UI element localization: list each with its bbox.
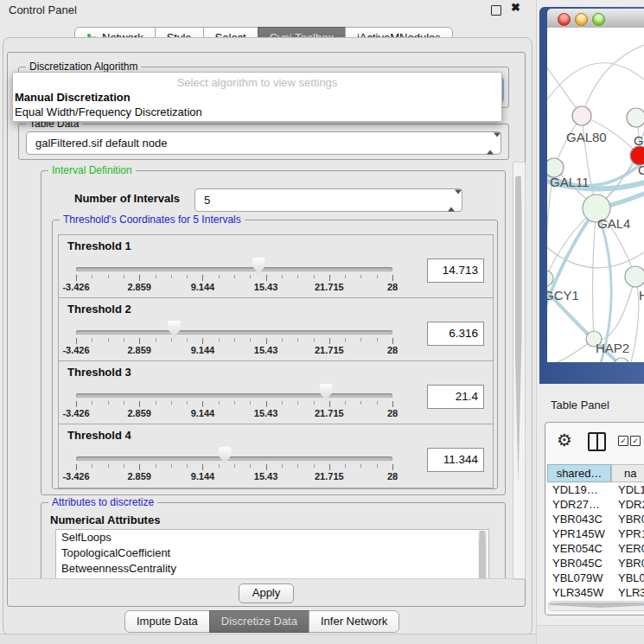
slider-tick	[219, 338, 220, 341]
slider-tick	[329, 275, 330, 281]
threshold-value-field[interactable]: 11.344	[427, 448, 484, 472]
slider-tick	[124, 338, 124, 341]
dropdown-option-equal-width[interactable]: Equal Width/Frequency Discretization	[13, 105, 501, 119]
split-columns-icon[interactable]	[588, 432, 606, 451]
table-row[interactable]: YBR043CYBR0	[547, 513, 644, 527]
network-node[interactable]	[572, 106, 591, 125]
network-edge	[547, 63, 644, 105]
attributes-group: Attributes to discretize Numerical Attri…	[41, 502, 506, 578]
gear-icon[interactable]: ⚙	[557, 430, 572, 450]
slider-tick-label: 28	[387, 408, 398, 418]
dropdown-placeholder-option[interactable]: Select algorithm to view settings	[13, 73, 501, 90]
slider-track[interactable]	[76, 330, 392, 335]
network-edge	[582, 45, 644, 116]
slider-tick	[345, 401, 346, 405]
table-row[interactable]: YDR27…YDR2	[547, 498, 644, 513]
close-icon[interactable]: ✖	[511, 1, 520, 14]
slider-tick-label: 9.144	[191, 408, 215, 418]
slider-tick	[266, 464, 267, 470]
attribute-item[interactable]: BetweennessCentrality	[56, 561, 488, 577]
slider-tick	[139, 464, 140, 470]
cell-shared-name: YBR043C	[547, 513, 615, 527]
table-data-value: galFiltered.sif default node	[35, 137, 167, 150]
slider-tick-label: 9.144	[191, 345, 215, 355]
attributes-list-scrollbar[interactable]	[478, 531, 488, 578]
tab-infer-network[interactable]: Infer Network	[309, 610, 399, 633]
slider-tick	[234, 275, 235, 278]
tab-impute-data[interactable]: Impute Data	[124, 610, 210, 633]
scrollbar-thumb[interactable]	[515, 176, 522, 484]
mac-minimize-button[interactable]	[575, 13, 588, 26]
slider-tick	[139, 401, 140, 407]
slider-tick	[202, 464, 203, 470]
dropdown-option-manual[interactable]: Manual Discretization	[13, 90, 501, 105]
slider-tick	[171, 338, 172, 341]
table-horizontal-scrollbar[interactable]	[548, 601, 644, 611]
slider-tick	[250, 275, 251, 278]
slider-tick	[202, 338, 203, 344]
slider-tick	[187, 401, 188, 405]
thresholds-group: Threshold's Coordinates for 5 Intervals …	[52, 220, 498, 489]
slider-track[interactable]	[76, 393, 392, 398]
network-graph[interactable]: GAL80GACGAL11GAL4GCY1HHAP2	[547, 28, 644, 362]
scrollbar-thumb[interactable]	[550, 603, 644, 608]
float-icon[interactable]	[491, 5, 501, 16]
network-canvas[interactable]: GAL80GACGAL11GAL4GCY1HHAP2	[547, 28, 644, 362]
column-header-shared-name[interactable]: shared…	[547, 464, 611, 482]
slider-tick	[108, 338, 109, 341]
table-row[interactable]: YER054CYER0	[547, 542, 644, 557]
mac-close-button[interactable]	[558, 13, 571, 26]
table-header-row: shared… na	[547, 464, 644, 482]
apply-button[interactable]: Apply	[239, 583, 294, 603]
network-node[interactable]	[614, 358, 629, 362]
network-node[interactable]	[547, 271, 553, 286]
slider-tick	[314, 275, 315, 278]
settings-scroll-area: Interval Definition Number of Intervals …	[16, 162, 511, 578]
table-row[interactable]: YBL079WYBL0	[547, 571, 644, 586]
slider-thumb[interactable]	[219, 447, 232, 463]
settings-vertical-scrollbar[interactable]	[513, 162, 526, 580]
slider-tick	[202, 401, 203, 407]
table-row[interactable]: YBR045CYBR0	[547, 557, 644, 571]
slider-track[interactable]	[76, 456, 392, 461]
threshold-value-field[interactable]: 6.316	[427, 322, 484, 346]
table-row[interactable]: YDL19…YDL1	[547, 483, 644, 498]
network-node-label: HAP2	[596, 341, 629, 355]
threshold-label: Threshold 4	[67, 429, 131, 442]
checkbox-checked-icon[interactable]: ✓	[630, 436, 641, 446]
slider-thumb[interactable]	[320, 384, 333, 400]
slider-tick	[234, 464, 235, 468]
attribute-item[interactable]: TopologicalCoefficient	[56, 545, 488, 561]
slider-thumb[interactable]	[168, 321, 181, 337]
slider-tick	[187, 338, 188, 341]
threshold-value-field[interactable]: 14.713	[427, 258, 484, 283]
slider-tick	[76, 401, 77, 407]
attribute-item[interactable]: SelfLoops	[56, 530, 488, 545]
checkbox-checked-icon[interactable]: ✓	[618, 436, 628, 446]
slider-thumb[interactable]	[252, 258, 265, 274]
threshold-value-field[interactable]: 21.4	[427, 385, 484, 409]
network-node[interactable]	[625, 266, 644, 287]
slider-tick-label: 2.859	[127, 408, 151, 418]
slider-tick-label: 21.715	[315, 471, 344, 481]
slider-tick	[297, 275, 298, 278]
number-of-intervals-combo[interactable]: 5	[194, 188, 462, 212]
network-node[interactable]	[627, 108, 644, 127]
table-row[interactable]: YLR345WYLR3	[547, 586, 644, 601]
table-data-combo[interactable]: galFiltered.sif default node	[26, 131, 501, 155]
slider-track[interactable]	[76, 267, 392, 271]
column-header-name[interactable]: na	[611, 464, 644, 482]
slider-tick-label: 2.859	[127, 282, 151, 292]
network-window-titlebar[interactable]	[547, 9, 644, 29]
table-row[interactable]: YPR145WYPR1	[547, 527, 644, 542]
slider-tick	[250, 338, 251, 341]
tab-label: Infer Network	[321, 611, 387, 632]
network-node-label: GAL4	[597, 216, 630, 231]
mac-zoom-button[interactable]	[592, 13, 605, 26]
tab-discretize-data[interactable]: Discretize Data	[209, 610, 309, 633]
slider-tick-label: 9.144	[191, 471, 215, 481]
slider-tick	[187, 464, 188, 468]
cell-name: YER0	[615, 542, 644, 557]
slider-tick	[156, 401, 156, 405]
cell-shared-name: YDR27…	[547, 498, 615, 513]
